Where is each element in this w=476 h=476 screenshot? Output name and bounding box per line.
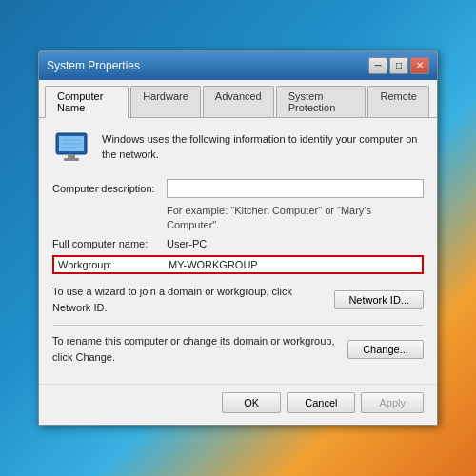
network-description: Windows uses the following information t…	[102, 131, 424, 163]
workgroup-label: Workgroup:	[58, 259, 169, 270]
close-icon: ✕	[416, 60, 424, 70]
full-computer-name-value: User-PC	[167, 238, 207, 249]
tab-content: Windows uses the following information t…	[39, 118, 437, 385]
change-section: To rename this computer or change its do…	[52, 333, 424, 365]
computer-icon	[52, 131, 90, 166]
svg-rect-3	[64, 158, 79, 161]
workgroup-value: MY-WORKGROUP	[169, 259, 258, 270]
network-id-section: To use a wizard to join a domain or work…	[52, 284, 424, 315]
computer-description-row: Computer description:	[52, 179, 424, 198]
tab-remote[interactable]: Remote	[367, 86, 429, 117]
system-properties-dialog: System Properties ─ □ ✕ Computer Name Ha…	[38, 50, 438, 426]
network-id-text: To use a wizard to join a domain or work…	[52, 284, 334, 315]
svg-rect-2	[68, 154, 75, 158]
apply-button[interactable]: Apply	[361, 392, 424, 413]
change-text: To rename this computer or change its do…	[52, 333, 347, 365]
full-computer-name-row: Full computer name: User-PC	[52, 238, 424, 249]
tab-computer-name[interactable]: Computer Name	[45, 86, 129, 118]
example-text: For example: "Kitchen Computer" or "Mary…	[167, 204, 424, 233]
computer-description-input[interactable]	[167, 179, 424, 198]
divider	[52, 325, 424, 326]
tabs-bar: Computer Name Hardware Advanced System P…	[39, 80, 437, 118]
minimize-icon: ─	[374, 60, 381, 70]
cancel-button[interactable]: Cancel	[287, 392, 355, 413]
title-bar: System Properties ─ □ ✕	[39, 51, 437, 80]
network-id-button[interactable]: Network ID...	[334, 290, 424, 309]
maximize-button[interactable]: □	[389, 57, 408, 74]
change-button[interactable]: Change...	[347, 340, 424, 359]
top-section: Windows uses the following information t…	[52, 131, 424, 166]
footer: OK Cancel Apply	[39, 384, 437, 425]
dialog-title: System Properties	[47, 59, 140, 72]
close-button[interactable]: ✕	[410, 57, 429, 74]
minimize-button[interactable]: ─	[368, 57, 387, 74]
tab-advanced[interactable]: Advanced	[203, 86, 274, 117]
workgroup-row: Workgroup: MY-WORKGROUP	[52, 255, 424, 274]
change-btn-col: Change...	[347, 333, 424, 365]
tab-hardware[interactable]: Hardware	[130, 86, 201, 117]
full-computer-name-label: Full computer name:	[52, 238, 167, 249]
ok-button[interactable]: OK	[222, 392, 281, 413]
computer-description-label: Computer description:	[52, 183, 167, 194]
tab-system-protection[interactable]: System Protection	[276, 86, 367, 117]
network-id-btn-col: Network ID...	[334, 284, 424, 315]
title-bar-buttons: ─ □ ✕	[368, 57, 429, 74]
maximize-icon: □	[396, 60, 402, 70]
